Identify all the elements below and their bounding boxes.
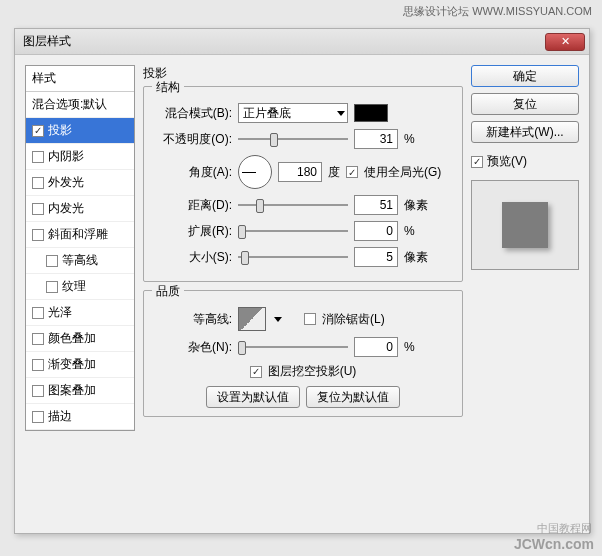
set-default-button[interactable]: 设置为默认值 <box>206 386 300 408</box>
opacity-slider[interactable] <box>238 131 348 147</box>
noise-input[interactable]: 0 <box>354 337 398 357</box>
unit-percent: % <box>404 132 432 146</box>
checkbox-icon[interactable] <box>32 307 44 319</box>
quality-group: 品质 等高线: 消除锯齿(L) 杂色(N): 0 % <box>143 290 463 417</box>
checkbox-icon[interactable] <box>32 177 44 189</box>
checkbox-icon[interactable] <box>32 151 44 163</box>
style-label: 斜面和浮雕 <box>48 226 108 243</box>
checkbox-icon[interactable] <box>32 385 44 397</box>
unit-percent: % <box>404 340 432 354</box>
style-label: 光泽 <box>48 304 72 321</box>
blend-mode-value: 正片叠底 <box>243 105 291 122</box>
style-item-drop-shadow[interactable]: 投影 <box>26 118 134 144</box>
preview-box <box>471 180 579 270</box>
distance-slider[interactable] <box>238 197 348 213</box>
blend-mode-label: 混合模式(B): <box>152 105 232 122</box>
styles-header[interactable]: 样式 <box>26 66 134 92</box>
reset-default-button[interactable]: 复位为默认值 <box>306 386 400 408</box>
style-label: 纹理 <box>62 278 86 295</box>
unit-px: 像素 <box>404 249 432 266</box>
layer-style-dialog: 图层样式 ✕ 样式 混合选项:默认 投影 内阴影 外发光 <box>14 28 590 534</box>
reset-button[interactable]: 复位 <box>471 93 579 115</box>
structure-group: 结构 混合模式(B): 正片叠底 不透明度(O): 31 % <box>143 86 463 282</box>
style-item-satin[interactable]: 光泽 <box>26 300 134 326</box>
chevron-down-icon[interactable] <box>274 317 282 322</box>
checkbox-icon[interactable] <box>32 333 44 345</box>
preview-label: 预览(V) <box>487 153 527 170</box>
style-item-gradient-overlay[interactable]: 渐变叠加 <box>26 352 134 378</box>
section-title: 投影 <box>143 65 463 82</box>
style-label: 投影 <box>48 122 72 139</box>
new-style-button[interactable]: 新建样式(W)... <box>471 121 579 143</box>
opacity-input[interactable]: 31 <box>354 129 398 149</box>
unit-px: 像素 <box>404 197 432 214</box>
watermark-top: 思缘设计论坛 WWW.MISSYUAN.COM <box>0 0 602 21</box>
size-label: 大小(S): <box>152 249 232 266</box>
spread-slider[interactable] <box>238 223 348 239</box>
structure-legend: 结构 <box>152 79 184 96</box>
style-item-outer-glow[interactable]: 外发光 <box>26 170 134 196</box>
checkbox-icon[interactable] <box>32 203 44 215</box>
style-label: 图案叠加 <box>48 382 96 399</box>
checkbox-icon[interactable] <box>32 411 44 423</box>
antialias-checkbox[interactable] <box>304 313 316 325</box>
settings-panel: 投影 结构 混合模式(B): 正片叠底 不透明度(O): <box>143 65 463 431</box>
noise-slider[interactable] <box>238 339 348 355</box>
style-item-inner-glow[interactable]: 内发光 <box>26 196 134 222</box>
style-label: 内发光 <box>48 200 84 217</box>
style-label: 等高线 <box>62 252 98 269</box>
contour-label: 等高线: <box>152 311 232 328</box>
style-item-bevel[interactable]: 斜面和浮雕 <box>26 222 134 248</box>
style-label: 内阴影 <box>48 148 84 165</box>
watermark-url: JCWcn.com <box>514 536 594 552</box>
angle-dial[interactable] <box>238 155 272 189</box>
checkbox-icon[interactable] <box>46 255 58 267</box>
style-item-pattern-overlay[interactable]: 图案叠加 <box>26 378 134 404</box>
unit-percent: % <box>404 224 432 238</box>
global-light-label: 使用全局光(G) <box>364 164 441 181</box>
style-label: 描边 <box>48 408 72 425</box>
style-label: 外发光 <box>48 174 84 191</box>
knockout-checkbox[interactable] <box>250 366 262 378</box>
style-label: 渐变叠加 <box>48 356 96 373</box>
ok-button[interactable]: 确定 <box>471 65 579 87</box>
antialias-label: 消除锯齿(L) <box>322 311 385 328</box>
quality-legend: 品质 <box>152 283 184 300</box>
chevron-down-icon <box>337 111 345 116</box>
style-item-texture[interactable]: 纹理 <box>26 274 134 300</box>
style-item-contour[interactable]: 等高线 <box>26 248 134 274</box>
contour-picker[interactable] <box>238 307 266 331</box>
size-input[interactable]: 5 <box>354 247 398 267</box>
angle-label: 角度(A): <box>152 164 232 181</box>
style-item-inner-shadow[interactable]: 内阴影 <box>26 144 134 170</box>
noise-label: 杂色(N): <box>152 339 232 356</box>
unit-degree: 度 <box>328 164 340 181</box>
knockout-label: 图层挖空投影(U) <box>268 363 357 380</box>
dialog-title: 图层样式 <box>23 33 71 50</box>
size-slider[interactable] <box>238 249 348 265</box>
checkbox-icon[interactable] <box>46 281 58 293</box>
preview-swatch <box>502 202 548 248</box>
angle-input[interactable]: 180 <box>278 162 322 182</box>
spread-label: 扩展(R): <box>152 223 232 240</box>
style-label: 颜色叠加 <box>48 330 96 347</box>
watermark-cn: 中国教程网 <box>537 521 592 536</box>
close-button[interactable]: ✕ <box>545 33 585 51</box>
spread-input[interactable]: 0 <box>354 221 398 241</box>
title-bar: 图层样式 ✕ <box>15 29 589 55</box>
right-panel: 确定 复位 新建样式(W)... 预览(V) <box>471 65 579 431</box>
style-item-stroke[interactable]: 描边 <box>26 404 134 430</box>
styles-panel: 样式 混合选项:默认 投影 内阴影 外发光 内发光 <box>25 65 135 431</box>
preview-checkbox[interactable] <box>471 156 483 168</box>
distance-label: 距离(D): <box>152 197 232 214</box>
checkbox-icon[interactable] <box>32 229 44 241</box>
blend-options-row[interactable]: 混合选项:默认 <box>26 92 134 118</box>
global-light-checkbox[interactable] <box>346 166 358 178</box>
color-swatch[interactable] <box>354 104 388 122</box>
distance-input[interactable]: 51 <box>354 195 398 215</box>
checkbox-icon[interactable] <box>32 359 44 371</box>
checkbox-icon[interactable] <box>32 125 44 137</box>
blend-mode-select[interactable]: 正片叠底 <box>238 103 348 123</box>
style-item-color-overlay[interactable]: 颜色叠加 <box>26 326 134 352</box>
opacity-label: 不透明度(O): <box>152 131 232 148</box>
